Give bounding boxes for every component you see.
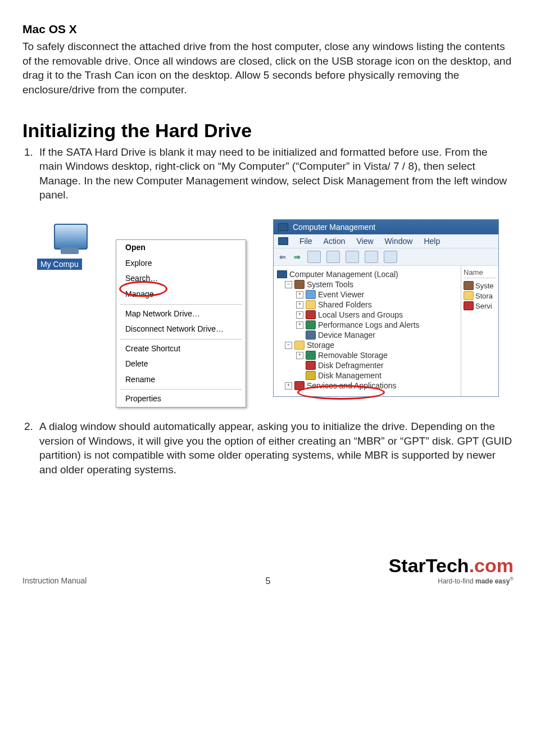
right-row-2[interactable]: Stora (464, 291, 496, 301)
tree-storage-label: Storage (307, 341, 334, 350)
logo-tagline: Hard-to-find made easy® (389, 576, 514, 585)
right-row-3-label: Servi (475, 302, 492, 310)
highlight-diskmgmt (297, 385, 385, 400)
toolbar-icon-3[interactable] (346, 251, 359, 263)
context-menu: Open Explore Search… Manage Map Network … (116, 239, 246, 408)
startech-logo: StarTech.com Hard-to-find made easy® (389, 556, 514, 585)
expand-icon[interactable]: + (285, 382, 292, 390)
mycomputer-label: My Compu (37, 259, 82, 270)
services-icon (464, 301, 474, 310)
computer-icon (277, 270, 287, 278)
users-icon (306, 310, 316, 319)
toolbar-icon-5[interactable] (384, 251, 397, 263)
forward-icon[interactable]: ⇒ (293, 252, 302, 261)
tree-perf[interactable]: + Performance Logs and Alerts (296, 320, 458, 330)
storage-icon (294, 341, 305, 350)
right-row-1-label: Syste (475, 282, 494, 290)
menu-delete[interactable]: Delete (116, 356, 246, 372)
tree-root[interactable]: Computer Management (Local) (277, 269, 458, 279)
mycomputer-icon[interactable]: My Compu (37, 219, 93, 270)
device-icon (306, 331, 316, 339)
right-row-2-label: Stora (475, 292, 493, 300)
expand-icon[interactable]: + (296, 352, 303, 359)
logo-main: StarTech (389, 555, 469, 576)
expand-icon[interactable]: + (296, 291, 303, 298)
collapse-icon[interactable]: − (285, 281, 292, 288)
right-header: Name (464, 268, 496, 278)
menubar: File Action View Window Help (274, 234, 498, 248)
tree-defrag-label: Disk Defragmenter (318, 361, 384, 370)
page-number: 5 (266, 576, 271, 586)
logo-tag-1: Hard-to-find (438, 577, 475, 585)
tree-removable-label: Removable Storage (318, 351, 388, 360)
menu-view[interactable]: View (356, 237, 373, 246)
tree-defrag[interactable]: Disk Defragmenter (296, 360, 458, 370)
back-icon[interactable]: ⇐ (278, 252, 287, 261)
menu-disconnect-drive[interactable]: Disconnect Network Drive… (116, 322, 246, 337)
menu-window[interactable]: Window (385, 237, 413, 246)
monitor-base-icon (61, 247, 79, 254)
window-title: Computer Management (293, 223, 375, 232)
diskmgmt-icon (306, 371, 316, 380)
nav-tree: Computer Management (Local) − System Too… (274, 266, 461, 396)
mycomputer-screenshot: My Compu Open Explore Search… Manage Map… (37, 219, 251, 393)
tree-systools-label: System Tools (307, 280, 353, 289)
removable-icon (306, 351, 316, 360)
tree-systools[interactable]: − System Tools (285, 279, 458, 289)
menu-create-shortcut[interactable]: Create Shortcut (116, 341, 246, 357)
tree-shared[interactable]: + Shared Folders (296, 300, 458, 310)
tree-eventviewer[interactable]: + Event Viewer (296, 289, 458, 300)
tree-root-label: Computer Management (Local) (289, 270, 398, 279)
menu-explore[interactable]: Explore (116, 256, 246, 271)
menu-map-drive[interactable]: Map Network Drive… (116, 306, 246, 322)
tree-devmgr-label: Device Manager (318, 331, 375, 339)
menu-properties[interactable]: Properties (116, 391, 246, 407)
storage-icon (464, 291, 474, 300)
tools-icon (294, 280, 305, 289)
toolbar-icon-2[interactable] (326, 251, 340, 263)
toolbar-icon-1[interactable] (307, 251, 321, 263)
tree-users-label: Local Users and Groups (318, 310, 403, 319)
menu-action[interactable]: Action (324, 237, 346, 246)
tree-diskmgmt-label: Disk Management (318, 371, 381, 380)
tree-removable[interactable]: + Removable Storage (296, 350, 458, 360)
window-titlebar: Computer Management (274, 220, 498, 234)
expand-icon[interactable]: + (296, 301, 303, 309)
defrag-icon (306, 361, 316, 370)
logo-text: StarTech.com (389, 556, 514, 575)
collapse-icon[interactable]: − (285, 342, 292, 349)
menubar-icon (278, 237, 288, 245)
right-row-1[interactable]: Syste (464, 280, 496, 291)
logo-tag-2: made easy (475, 577, 510, 585)
tree-users[interactable]: + Local Users and Groups (296, 310, 458, 320)
steps-list-2: A dialog window should automatically app… (22, 419, 514, 477)
tree-shared-label: Shared Folders (318, 300, 372, 309)
perf-icon (306, 320, 316, 329)
tree-diskmgmt[interactable]: Disk Management (296, 370, 458, 381)
menu-rename[interactable]: Rename (116, 372, 246, 388)
registered-icon: ® (510, 576, 514, 582)
menu-open[interactable]: Open (116, 240, 246, 256)
mgmt-body: Computer Management (Local) − System Too… (274, 266, 498, 396)
tools-icon (464, 281, 474, 290)
right-row-3[interactable]: Servi (464, 301, 496, 311)
step-1: If the SATA Hard Drive is blank it may n… (36, 145, 514, 203)
tree-storage[interactable]: − Storage (285, 340, 458, 350)
tree-perf-label: Performance Logs and Alerts (318, 320, 420, 329)
menu-file[interactable]: File (299, 237, 312, 246)
highlight-manage (119, 281, 167, 297)
footer-left: Instruction Manual (22, 576, 87, 585)
monitor-icon (54, 224, 88, 250)
tree-devmgr[interactable]: Device Manager (296, 330, 458, 340)
macosx-body: To safely disconnect the attached drive … (22, 39, 514, 97)
macosx-heading: Mac OS X (22, 22, 514, 36)
expand-icon[interactable]: + (296, 322, 303, 329)
logo-dotcom: .com (469, 555, 514, 576)
folder-icon (306, 300, 316, 309)
menu-help[interactable]: Help (424, 237, 440, 246)
step-2: A dialog window should automatically app… (36, 419, 514, 477)
toolbar-icon-4[interactable] (365, 251, 378, 263)
expand-icon[interactable]: + (296, 311, 303, 319)
event-icon (306, 290, 316, 299)
right-column: Name Syste Stora Servi (461, 266, 498, 396)
